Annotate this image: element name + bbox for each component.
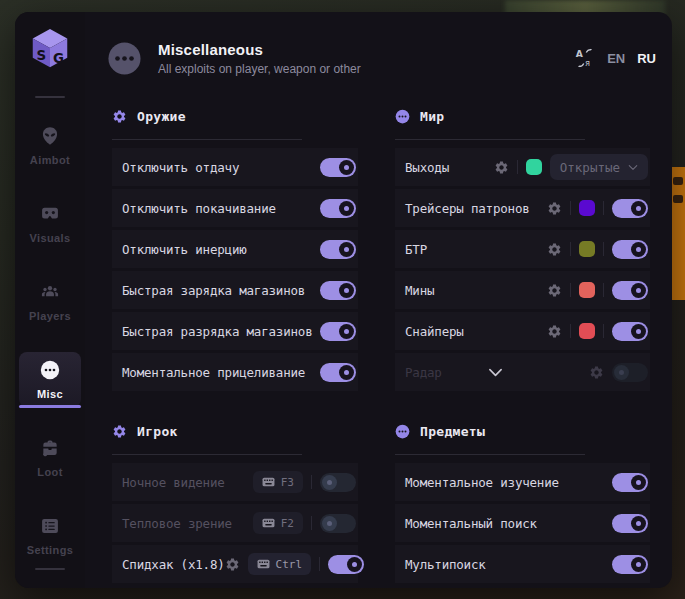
feature-row-night-vision: Ночное видение F3 <box>112 463 358 501</box>
exits-dropdown[interactable]: Открытые <box>550 154 648 180</box>
toggle[interactable] <box>612 281 648 300</box>
hotkey-badge[interactable]: F2 <box>253 512 303 534</box>
feature-label: Тепловое зрение <box>122 516 232 531</box>
color-swatch[interactable] <box>579 282 595 298</box>
feature-row-speedhack: Спидхак (x1.8) Ctrl <box>112 545 358 583</box>
toggle[interactable] <box>612 555 648 574</box>
toggle[interactable] <box>320 199 356 218</box>
vr-goggles-icon <box>40 204 60 224</box>
section-title: Оружие <box>137 109 186 124</box>
sidebar-item-players[interactable]: Players <box>19 274 81 329</box>
dots-circle-icon <box>395 109 410 124</box>
toggle[interactable] <box>320 158 356 177</box>
sidebar-item-visuals[interactable]: Visuals <box>19 196 81 251</box>
chevron-down-icon <box>628 164 638 171</box>
briefcase-icon <box>40 438 60 458</box>
gear-icon <box>112 424 127 439</box>
toggle[interactable] <box>612 473 648 492</box>
feature-row-multisearch: Мультипоиск <box>395 545 650 583</box>
page-title: Miscellaneous <box>158 41 361 58</box>
toggle[interactable] <box>320 281 356 300</box>
people-group-icon <box>40 282 60 302</box>
keyboard-icon <box>262 477 275 487</box>
toggle[interactable] <box>612 363 648 382</box>
gear-icon[interactable] <box>547 201 562 216</box>
feature-label: Отключить инерцию <box>122 242 247 257</box>
feature-label: Моментальный поиск <box>405 516 537 531</box>
toggle[interactable] <box>328 555 364 574</box>
feature-row-no-recoil: Отключить отдачу <box>112 148 358 186</box>
toggle[interactable] <box>320 514 356 533</box>
section-divider <box>395 454 585 455</box>
section-items: Предметы Моментальное изучение Моменталь… <box>395 420 650 583</box>
translate-icon[interactable] <box>575 48 595 68</box>
feature-label: Выходы <box>405 160 449 175</box>
feature-label: Быстрая зарядка магазинов <box>122 283 305 298</box>
sidebar-item-settings[interactable]: Settings <box>19 508 81 563</box>
feature-label: Отключить отдачу <box>122 160 239 175</box>
feature-row-thermal-vision: Тепловое зрение F2 <box>112 504 358 542</box>
color-swatch[interactable] <box>526 159 542 175</box>
expand-chevron-icon[interactable] <box>488 368 503 377</box>
lang-ru-button[interactable]: RU <box>637 51 656 66</box>
feature-label: Быстрая разрядка магазинов <box>122 324 312 339</box>
toggle[interactable] <box>612 240 648 259</box>
gear-icon[interactable] <box>494 160 509 175</box>
gear-icon <box>112 109 127 124</box>
color-swatch[interactable] <box>579 200 595 216</box>
hotkey-label: Ctrl <box>276 558 303 571</box>
alien-icon <box>40 126 60 146</box>
lang-en-button[interactable]: EN <box>607 51 625 66</box>
toggle[interactable] <box>320 473 356 492</box>
feature-row-no-sway: Отключить покачивание <box>112 189 358 227</box>
gear-icon[interactable] <box>547 283 562 298</box>
sidebar-item-label: Visuals <box>19 232 81 244</box>
toggle[interactable] <box>612 322 648 341</box>
feature-label: БТР <box>405 242 427 257</box>
sidebar-item-label: Loot <box>19 466 81 478</box>
feature-label: Мультипоиск <box>405 557 486 572</box>
hotkey-badge[interactable]: Ctrl <box>248 553 312 575</box>
hotkey-label: F2 <box>281 517 294 530</box>
feature-row-fast-reload: Быстрая зарядка магазинов <box>112 271 358 309</box>
hotkey-badge[interactable]: F3 <box>253 471 303 493</box>
feature-label: Снайперы <box>405 324 464 339</box>
dropdown-value: Открытые <box>560 160 620 175</box>
toggle[interactable] <box>612 514 648 533</box>
sidebar-divider-top <box>35 96 65 98</box>
toggle[interactable] <box>320 363 356 382</box>
sidebar-divider-bottom <box>35 568 65 570</box>
section-weapon: Оружие Отключить отдачу Отключить покачи… <box>112 105 358 391</box>
gear-icon[interactable] <box>589 365 604 380</box>
color-swatch[interactable] <box>579 323 595 339</box>
sidebar-item-aimbot[interactable]: Aimbot <box>19 118 81 173</box>
section-divider <box>112 454 302 455</box>
feature-label: Трейсеры патронов <box>405 201 530 216</box>
feature-label: Ночное видение <box>122 475 225 490</box>
gear-icon[interactable] <box>547 242 562 257</box>
sidebar-item-misc[interactable]: Misc <box>19 352 81 407</box>
toggle[interactable] <box>320 240 356 259</box>
feature-label: Мины <box>405 283 434 298</box>
feature-row-exits: Выходы Открытые <box>395 148 650 186</box>
feature-label: Отключить покачивание <box>122 201 276 216</box>
section-divider <box>395 139 585 140</box>
feature-label: Моментальное прицеливание <box>122 365 305 380</box>
dots-circle-icon <box>395 424 410 439</box>
toggle[interactable] <box>320 322 356 341</box>
section-title: Игрок <box>137 424 178 439</box>
list-card-icon <box>40 516 60 536</box>
background-orange-sign <box>671 167 685 300</box>
app-logo-cube-icon <box>27 26 73 72</box>
toggle[interactable] <box>612 199 648 218</box>
cheat-menu-window: Aimbot Visuals Players Misc Loot Setting… <box>15 12 672 588</box>
keyboard-icon <box>262 518 275 528</box>
feature-row-bullet-tracers: Трейсеры патронов <box>395 189 650 227</box>
section-title: Предметы <box>420 424 485 439</box>
color-swatch[interactable] <box>579 241 595 257</box>
sidebar-item-loot[interactable]: Loot <box>19 430 81 485</box>
keyboard-icon <box>257 559 270 569</box>
gear-icon[interactable] <box>547 324 562 339</box>
gear-icon[interactable] <box>225 557 240 572</box>
feature-label: Радар <box>405 365 442 380</box>
